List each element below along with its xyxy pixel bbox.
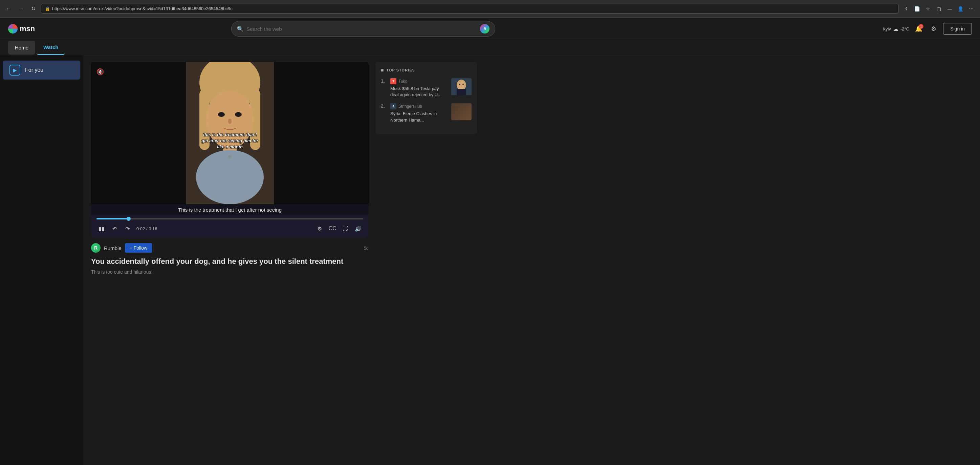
story-headline-2: Syria: Fierce Clashes in Northern Hama..… [390, 111, 447, 123]
story-num-1: 1. [381, 78, 386, 98]
story-source-2: S StringersHub [390, 103, 447, 109]
video-age: 5d [364, 245, 369, 251]
top-stories-card: ■ TOP STORIES 1. T Tuko Musk $55.8 bn Te… [375, 62, 477, 134]
play-icon: ▶ [10, 65, 20, 75]
svg-point-5 [218, 112, 225, 117]
video-container: 🔇 [91, 62, 369, 464]
subtitle-text: This is the treatment that I get after n… [178, 207, 282, 213]
weather-widget: Kyiv ☁ -2°C [883, 26, 909, 32]
video-right-dark [274, 62, 369, 204]
video-title: You accidentally offend your dog, and he… [91, 257, 369, 266]
search-icon: 🔍 [237, 26, 244, 32]
forward-skip-button[interactable]: ↷ [122, 223, 132, 234]
back-button[interactable]: ← [4, 4, 14, 14]
top-stories-title: TOP STORIES [386, 68, 415, 72]
mute-icon[interactable]: 🔇 [97, 68, 104, 75]
svg-point-10 [228, 155, 232, 159]
sign-in-button[interactable]: Sign in [943, 23, 972, 35]
publisher-logo: R [91, 243, 100, 253]
more-button[interactable]: ⋯ [966, 4, 976, 14]
story-num-2: 2. [381, 103, 386, 123]
weather-city: Kyiv [883, 26, 891, 32]
favorites-button[interactable]: ☆ [923, 4, 932, 14]
notification-button[interactable]: 🔔 1 [913, 23, 924, 34]
settings-button[interactable]: ⚙ [928, 23, 939, 34]
sidebar: ▶ For you [0, 55, 83, 465]
progress-fill [97, 218, 129, 220]
msn-header: msn 🔍 B Kyiv ☁ -2°C 🔔 1 ⚙ Sign in [0, 18, 980, 40]
story-thumb-2 [451, 103, 472, 120]
rewind-button[interactable]: ↶ [109, 223, 119, 234]
notification-badge: 1 [919, 24, 923, 29]
time-total: 0:16 [149, 226, 157, 231]
translate-button[interactable]: ﾀ [902, 4, 911, 14]
story-content-2: S StringersHub Syria: Fierce Clashes in … [390, 103, 447, 123]
video-progress-bar[interactable] [91, 215, 369, 221]
elon-thumb [451, 78, 472, 95]
reader-button[interactable]: 📄 [912, 4, 922, 14]
video-thumbnail-face: this is the treatment that I get after n… [186, 62, 274, 204]
svg-rect-14 [457, 89, 466, 95]
url-text: https://www.msn.com/en-xl/video?ocid=hpm… [52, 6, 232, 11]
volume-button[interactable]: 🔊 [353, 223, 363, 234]
msn-logo-icon [8, 24, 18, 33]
svg-point-6 [235, 112, 242, 117]
fullscreen-button[interactable]: ⛶ [340, 223, 350, 234]
video-controls: ▮▮ ↶ ↷ 0:02 / 0:16 ⚙ CC ⛶ 🔊 [91, 221, 369, 238]
right-panel: ■ TOP STORIES 1. T Tuko Musk $55.8 bn Te… [375, 62, 477, 464]
browser-chrome: ← → ↻ 🔒 https://www.msn.com/en-xl/video?… [0, 0, 980, 18]
main-layout: ▶ For you 🔇 [0, 55, 980, 465]
story-item-2[interactable]: 2. S StringersHub Syria: Fierce Clashes … [381, 103, 472, 123]
stringershub-logo: S [390, 103, 396, 109]
weather-temp: -2°C [900, 26, 909, 32]
nav-watch-button[interactable]: Watch [37, 40, 65, 55]
search-bar[interactable]: 🔍 B [231, 21, 495, 37]
follow-button[interactable]: + Follow [125, 243, 152, 253]
msn-logo[interactable]: msn [8, 24, 35, 33]
syria-thumb [451, 103, 472, 120]
svg-point-16 [462, 84, 464, 85]
pause-button[interactable]: ▮▮ [97, 223, 107, 234]
sidebar-item-for-you[interactable]: ▶ For you [3, 61, 80, 80]
address-bar[interactable]: 🔒 https://www.msn.com/en-xl/video?ocid=h… [41, 4, 899, 14]
video-subtitle-bar: This is the treatment that I get after n… [91, 204, 369, 215]
forward-button[interactable]: → [16, 4, 26, 14]
collections-button[interactable]: ⸻ [945, 4, 954, 14]
publisher-name: Rumble [104, 245, 121, 251]
time-current: 0:02 [137, 226, 145, 231]
progress-track[interactable] [97, 218, 363, 220]
svg-point-7 [228, 119, 232, 124]
stories-icon: ■ [381, 67, 383, 73]
nav-home-button[interactable]: Home [8, 41, 35, 54]
msn-logo-text: msn [20, 24, 35, 33]
video-description: This is too cute and hilarious! [91, 269, 369, 275]
video-player: 🔇 [91, 62, 369, 238]
progress-dot [127, 217, 130, 221]
story-source-name-1: Tuko [398, 79, 407, 84]
svg-point-15 [459, 84, 460, 85]
video-thumbnail: this is the treatment that I get after n… [186, 62, 274, 204]
video-frame: 🔇 [91, 62, 369, 204]
top-stories-header: ■ TOP STORIES [381, 67, 472, 73]
lock-icon: 🔒 [45, 6, 50, 11]
sidebar-item-label: For you [25, 67, 43, 73]
video-face-svg [186, 62, 274, 204]
bing-logo: B [480, 24, 490, 33]
story-item-1[interactable]: 1. T Tuko Musk $55.8 bn Tesla pay deal a… [381, 78, 472, 98]
header-right: Kyiv ☁ -2°C 🔔 1 ⚙ Sign in [883, 23, 972, 35]
tab-button[interactable]: ▢ [934, 4, 943, 14]
settings-ctrl-button[interactable]: ⚙ [315, 223, 325, 234]
video-left-dark: 🔇 [91, 62, 186, 204]
tuko-logo: T [390, 78, 396, 84]
search-input[interactable] [247, 26, 477, 32]
refresh-button[interactable]: ↻ [29, 4, 38, 14]
publisher-row: R Rumble + Follow 5d [91, 243, 369, 253]
browser-actions: ﾀ 📄 ☆ ▢ ⸻ 👤 ⋯ [902, 4, 976, 14]
cc-button[interactable]: CC [327, 223, 337, 234]
elon-svg [451, 78, 472, 95]
profile-button[interactable]: 👤 [956, 4, 965, 14]
story-thumb-1 [451, 78, 472, 95]
weather-icon: ☁ [893, 26, 899, 32]
story-source-1: T Tuko [390, 78, 447, 84]
content-area: 🔇 [83, 55, 980, 465]
